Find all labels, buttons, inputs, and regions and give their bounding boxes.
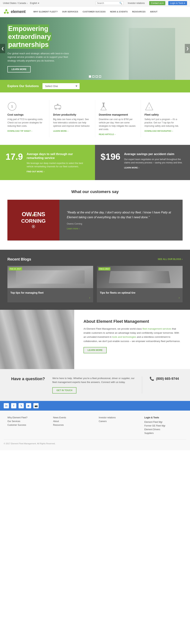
hero-title: Empowering extraordinary partnerships (8, 25, 74, 49)
hero-content: Empowering extraordinary partnerships Ou… (0, 17, 82, 80)
hero-dot-3[interactable] (96, 76, 98, 78)
blog-card-1[interactable]: Feb 14, 2017 Top tips for managing fleet… (8, 266, 93, 302)
feature-cost-savings: $ Cost savings A big part of TCO is oper… (4, 100, 49, 137)
search-input[interactable] (97, 2, 119, 4)
footer-element-drivers[interactable]: Element Drivers (144, 428, 182, 431)
blog-arrow-1[interactable]: › (11, 296, 90, 300)
contact-title: Have a question? (11, 376, 45, 381)
stat-savings-title: Average savings per accident claim (124, 152, 184, 156)
blog-content-1: Top tips for managing fleet › (8, 288, 93, 302)
language-selector[interactable]: English ▾ (30, 2, 39, 4)
feature-driver-link[interactable]: LEARN MORE › (53, 130, 91, 132)
search-bar[interactable]: 🔍 (96, 1, 123, 5)
blog-card-2[interactable]: Feb 2, 2017 Tips for fleets on optimal t… (97, 266, 182, 302)
footer-grid: Why Element Fleet? Our Services Customer… (4, 416, 186, 436)
stat-savings-number: $196 (101, 152, 120, 161)
blog-arrow-2[interactable]: › (100, 296, 179, 300)
stat-days-link[interactable]: FIND OUT MORE › (27, 170, 89, 173)
logo[interactable]: element (3, 6, 29, 17)
contact-phone-number[interactable]: (800) 665-9744 (156, 377, 179, 381)
youtube-icon[interactable]: ▶ (26, 403, 31, 408)
contact-button[interactable]: Contact us ▾ (149, 1, 165, 5)
twitter-icon[interactable]: 𝕏 (19, 403, 24, 408)
footer-suppliers[interactable]: Suppliers (144, 432, 182, 434)
about-learn-more-button[interactable]: LEARN MORE (84, 347, 107, 353)
feature-cost-savings-link[interactable]: DOWNLOAD TIP SHEET › (8, 130, 46, 132)
footer-col-1: Why Element Fleet? Our Services Customer… (4, 416, 49, 436)
nav-our-services[interactable]: OUR SERVICES (60, 7, 81, 16)
login-button[interactable]: Login & Tools ▾ (168, 1, 187, 5)
region-selector[interactable]: United States / Canada ↓ (3, 2, 28, 4)
contact-left: Have a question? (11, 376, 45, 381)
fleet-safety-icon: ! (144, 102, 154, 111)
get-in-touch-button[interactable]: GET IN TOUCH (52, 387, 76, 394)
contact-text: We're here to help. Whether you're a fle… (52, 376, 134, 384)
nav-about[interactable]: ABOUT (148, 7, 160, 16)
footer-resources[interactable]: Resources (53, 424, 91, 426)
stats-section: 17.9 Average days to sell through our re… (0, 145, 190, 180)
nav-resources[interactable]: RESOURCES (130, 7, 148, 16)
testimonial-content: "Really at the end of the day, I don't w… (59, 200, 182, 240)
facebook-icon[interactable]: f (11, 403, 16, 408)
solutions-dropdown[interactable]: Select One Fleet Management Fleet Financ… (43, 83, 80, 89)
feature-cost-savings-title: Cost savings (8, 113, 46, 116)
footer-our-services[interactable]: Our Services (8, 420, 46, 422)
blogs-see-all-button[interactable]: SEE ALL OUR BLOGS › (158, 258, 182, 260)
logo-text: element (11, 9, 26, 14)
cars-visual (0, 310, 74, 369)
nav-why-element[interactable]: WHY ELEMENT FLEET? (31, 7, 60, 16)
testimonial-link[interactable]: Learn more › (67, 227, 175, 230)
footer-why-element[interactable]: Why Element Fleet? (8, 416, 46, 419)
stat-days-number: 17.9 (6, 152, 23, 161)
footer-former-ge-fleet[interactable]: Former GE Fleet Mgr (144, 424, 182, 427)
about-content: About Element Fleet Management At Elemen… (74, 310, 190, 369)
feature-safety-link[interactable]: DOWNLOAD INFOGRAPHIC › (144, 130, 182, 132)
blogs-section: Recent Blogs SEE ALL OUR BLOGS › Feb 14,… (0, 250, 190, 310)
instagram-icon[interactable]: 📷 (33, 403, 39, 408)
solutions-bar: Explore Our Solutions Select One Fleet M… (0, 80, 190, 92)
fleet-management-services-link[interactable]: fleet management services (142, 327, 171, 330)
hero-next-button[interactable]: ❯ (185, 44, 190, 53)
blogs-title: Recent Blogs (8, 257, 31, 262)
hero-dot-4[interactable] (99, 76, 101, 78)
footer: Why Element Fleet? Our Services Customer… (0, 410, 190, 450)
footer-about[interactable]: About (53, 420, 91, 422)
linkedin-icon[interactable]: in (4, 403, 9, 408)
about-title: About Element Fleet Management (84, 319, 181, 324)
hero-learn-more-button[interactable]: LEARN MORE (8, 66, 31, 72)
footer-col-3: Investor relations Careers (95, 416, 141, 436)
logo-icon (3, 8, 10, 15)
footer-customer-success[interactable]: Customer Success (8, 424, 46, 426)
hero-dot-1[interactable] (89, 76, 91, 78)
blog-date-1: Feb 14, 2017 (9, 267, 22, 270)
footer-news-events[interactable]: News Events (53, 416, 91, 419)
blog-title-2: Tips for fleets on optimal tire (100, 291, 179, 295)
nav-items: WHY ELEMENT FLEET? OUR SERVICES CUSTOMER… (31, 7, 160, 16)
tools-technologies-link[interactable]: tools and technologies (112, 336, 136, 338)
hero-dot-2[interactable] (92, 76, 94, 78)
testimonial-image: OW⌀ENS CORNING ® (8, 200, 59, 240)
feature-downtime: Downtime management Downtime can cost up… (95, 100, 141, 137)
stat-savings-link[interactable]: LEARN MORE › (124, 166, 184, 169)
nav-customer-success[interactable]: CUSTOMER SUCCESS (80, 7, 108, 16)
blogs-grid: Feb 14, 2017 Top tips for managing fleet… (8, 266, 182, 302)
investor-link[interactable]: Investor relations (128, 2, 145, 4)
stat-days-content: Average days to sell through our remarke… (27, 152, 89, 173)
footer-careers[interactable]: Careers (99, 420, 137, 422)
search-icon[interactable]: 🔍 (119, 2, 122, 4)
blog-title-1: Top tips for managing fleet (11, 291, 90, 295)
nav-news-events[interactable]: NEWS & EVENTS (108, 7, 130, 16)
feature-fleet-safety: ! Fleet safety Safety isn't just a progr… (141, 100, 186, 137)
footer-element-fleet-mgr[interactable]: Element Fleet Mgr (144, 421, 182, 423)
hero-prev-button[interactable]: ❮ (0, 44, 5, 53)
stat-remarketing: 17.9 Average days to sell through our re… (0, 145, 95, 180)
hero-subtitle: Our global reach and strategic alliances… (8, 52, 74, 62)
feature-downtime-link[interactable]: READ ARTICLE › (99, 133, 137, 136)
top-bar: United States / Canada ↓ English ▾ 🔍 Inv… (0, 0, 190, 6)
stat-savings-content: Average savings per accident claim Our e… (124, 152, 184, 169)
feature-driver-productivity: Driver productivity Big data can have a … (49, 100, 95, 137)
feature-driver-title: Driver productivity (53, 113, 91, 116)
feature-safety-text: Safety isn't just a program – it's a pra… (144, 118, 182, 128)
feature-driver-text: Big data can have a big impact. See how … (53, 118, 91, 128)
footer-investor-relations[interactable]: Investor relations (99, 416, 137, 419)
